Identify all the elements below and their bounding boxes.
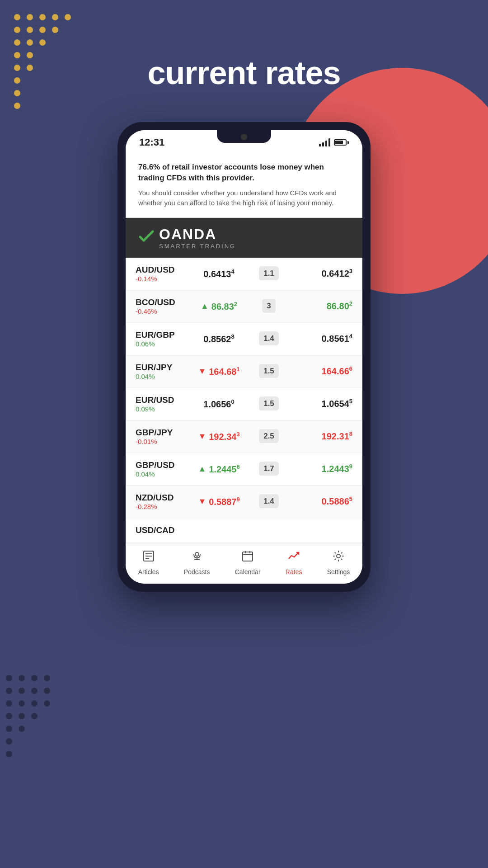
notch xyxy=(217,130,271,143)
svg-point-30 xyxy=(44,700,50,707)
nav-item-rates[interactable]: Rates xyxy=(286,550,302,576)
bid-value: 1.24456 xyxy=(209,463,239,475)
nav-item-articles[interactable]: Articles xyxy=(138,550,159,576)
svg-point-31 xyxy=(6,713,12,719)
dot-grid-bottom xyxy=(0,669,72,769)
rate-bid: 0.85628 xyxy=(185,333,253,344)
arrow-down-icon: ▼ xyxy=(198,432,206,441)
bid-value: 0.64134 xyxy=(203,268,234,279)
calendar-nav-icon xyxy=(241,550,254,566)
bottom-nav: Articles Podcasts Calendar Rates Setting… xyxy=(126,543,362,584)
bid-value: 192.343 xyxy=(209,431,239,442)
rate-spread: 3 xyxy=(253,302,285,311)
status-icons xyxy=(319,138,349,146)
svg-point-8 xyxy=(52,27,58,33)
arrow-down-icon: ▼ xyxy=(198,367,206,376)
table-row[interactable]: USD/CAD xyxy=(126,518,362,543)
settings-nav-icon xyxy=(332,550,345,566)
warning-regular-text: You should consider whether you understa… xyxy=(138,188,350,208)
rate-bid: ▼ 164.681 xyxy=(185,366,253,377)
table-row[interactable]: AUD/USD -0.14% 0.64134 1.1 0.64123 xyxy=(126,258,362,290)
rate-change: 0.04% xyxy=(136,373,185,380)
ask-value: 0.64123 xyxy=(322,269,352,278)
ask-value: 1.24439 xyxy=(322,464,352,474)
svg-point-33 xyxy=(31,713,38,719)
svg-point-18 xyxy=(14,103,20,109)
rate-ask: 192.318 xyxy=(285,431,352,442)
table-row[interactable]: EUR/JPY 0.04% ▼ 164.681 1.5 164.666 xyxy=(126,355,362,388)
table-row[interactable]: GBP/USD 0.04% ▲ 1.24456 1.7 1.24439 xyxy=(126,453,362,486)
table-row[interactable]: EUR/GBP 0.06% 0.85628 1.4 0.85614 xyxy=(126,323,362,355)
rate-pair-name: EUR/JPY xyxy=(136,363,185,373)
rate-pair-name: NZD/USD xyxy=(136,493,185,503)
svg-point-22 xyxy=(44,675,50,681)
svg-point-5 xyxy=(14,27,20,33)
svg-rect-45 xyxy=(243,552,253,561)
rate-ask: 86.802 xyxy=(285,301,352,312)
rate-change: -0.46% xyxy=(136,307,185,315)
rate-spread: 1.4 xyxy=(253,497,285,506)
bid-value: 1.06560 xyxy=(203,398,234,410)
svg-point-34 xyxy=(6,726,12,732)
rate-pair: GBP/JPY -0.01% xyxy=(136,428,185,445)
warning-banner: 76.6% of retail investor accounts lose m… xyxy=(126,152,362,218)
svg-point-20 xyxy=(19,675,25,681)
articles-nav-icon xyxy=(142,550,155,566)
ask-value: 0.85614 xyxy=(322,334,352,344)
nav-item-podcasts[interactable]: Podcasts xyxy=(184,550,210,576)
rate-pair-name: GBP/USD xyxy=(136,460,185,470)
svg-point-49 xyxy=(337,554,340,558)
rate-spread: 1.5 xyxy=(253,367,285,376)
rate-pair: AUD/USD -0.14% xyxy=(136,265,185,283)
svg-point-7 xyxy=(39,27,46,33)
rate-pair-name: EUR/USD xyxy=(136,395,185,405)
rate-spread: 2.5 xyxy=(253,432,285,441)
phone-screen: 12:31 xyxy=(126,130,362,584)
table-row[interactable]: BCO/USD -0.46% ▲ 86.832 3 86.802 xyxy=(126,290,362,323)
rate-change: -0.01% xyxy=(136,438,185,445)
signal-bars xyxy=(319,138,330,146)
svg-point-10 xyxy=(27,39,33,46)
nav-item-settings[interactable]: Settings xyxy=(327,550,350,576)
rate-bid: 0.64134 xyxy=(185,268,253,279)
oanda-text: OANDA SMARTER TRADING xyxy=(159,226,236,250)
svg-point-32 xyxy=(19,713,25,719)
table-row[interactable]: EUR/USD 0.09% 1.06560 1.5 1.06545 xyxy=(126,388,362,420)
svg-point-35 xyxy=(19,726,25,732)
svg-point-2 xyxy=(39,14,46,20)
rate-change: -0.14% xyxy=(136,275,185,283)
arrow-up-icon: ▲ xyxy=(201,302,209,311)
rate-pair-name: GBP/JPY xyxy=(136,428,185,438)
spread-badge: 3 xyxy=(262,299,275,313)
nav-label-settings: Settings xyxy=(327,568,350,576)
rate-pair-name: EUR/GBP xyxy=(136,330,185,340)
table-row[interactable]: GBP/JPY -0.01% ▼ 192.343 2.5 192.318 xyxy=(126,420,362,453)
nav-label-articles: Articles xyxy=(138,568,159,576)
svg-point-11 xyxy=(39,39,46,46)
svg-point-25 xyxy=(31,688,38,694)
svg-point-6 xyxy=(27,27,33,33)
warning-bold-text: 76.6% of retail investor accounts lose m… xyxy=(138,162,350,184)
nav-item-calendar[interactable]: Calendar xyxy=(235,550,261,576)
svg-point-42 xyxy=(195,552,199,556)
rate-bid: 1.06560 xyxy=(185,398,253,410)
table-row[interactable]: NZD/USD -0.28% ▼ 0.58879 1.4 0.58865 xyxy=(126,486,362,518)
svg-point-26 xyxy=(44,688,50,694)
rate-pair-name: BCO/USD xyxy=(136,297,185,307)
rate-ask: 0.64123 xyxy=(285,268,352,279)
arrow-down-icon: ▼ xyxy=(198,497,206,506)
status-time: 12:31 xyxy=(139,137,164,148)
rate-ask: 0.58865 xyxy=(285,496,352,507)
rate-spread: 1.4 xyxy=(253,334,285,343)
rate-change: 0.06% xyxy=(136,340,185,348)
bid-value: 164.681 xyxy=(209,366,239,377)
svg-point-24 xyxy=(19,688,25,694)
svg-point-9 xyxy=(14,39,20,46)
rate-change: 0.09% xyxy=(136,405,185,413)
rate-change: -0.28% xyxy=(136,503,185,510)
rate-pair-name: AUD/USD xyxy=(136,265,185,275)
svg-point-0 xyxy=(14,14,20,20)
rate-pair: NZD/USD -0.28% xyxy=(136,493,185,510)
rate-bid: ▲ 86.832 xyxy=(185,301,253,312)
rate-pair: EUR/USD 0.09% xyxy=(136,395,185,413)
